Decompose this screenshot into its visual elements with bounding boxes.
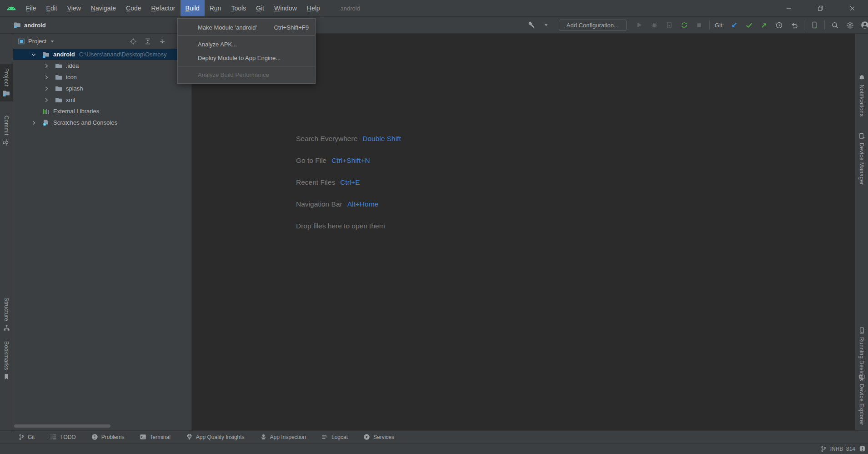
menu-build[interactable]: Build bbox=[181, 0, 205, 16]
menu-item-make-module-android[interactable]: Make Module 'android'Ctrl+Shift+F9 bbox=[178, 20, 315, 34]
tool-button-git[interactable]: Git bbox=[18, 434, 35, 440]
tree-chevron[interactable] bbox=[31, 51, 40, 58]
stop-icon[interactable] bbox=[694, 20, 704, 30]
menu-code[interactable]: Code bbox=[121, 0, 146, 16]
tree-row-splash[interactable]: splash bbox=[13, 83, 191, 94]
tree-chevron[interactable] bbox=[44, 86, 52, 92]
git-label: Git: bbox=[715, 22, 724, 29]
tool-button-label: Terminal bbox=[150, 434, 170, 440]
expand-all-icon[interactable] bbox=[144, 38, 151, 45]
tool-stripe-running-devices[interactable]: Running Devices bbox=[855, 327, 868, 381]
tree-chevron[interactable] bbox=[44, 74, 52, 81]
git-push-icon[interactable] bbox=[759, 20, 769, 30]
menu-file[interactable]: File bbox=[21, 0, 41, 16]
add-configuration-button[interactable]: Add Configuration... bbox=[559, 20, 627, 31]
project-panel-title[interactable]: Project bbox=[28, 38, 46, 45]
project-view-caret-icon[interactable] bbox=[50, 39, 55, 44]
chevron-right-icon[interactable] bbox=[43, 74, 50, 81]
menu-item-label: Deploy Module to App Engine... bbox=[198, 55, 281, 61]
menu-view[interactable]: View bbox=[62, 0, 86, 16]
tool-stripe-device-manager[interactable]: Device Manager bbox=[855, 133, 868, 185]
git-update-icon[interactable] bbox=[729, 20, 739, 30]
chevron-right-icon[interactable] bbox=[30, 120, 37, 126]
menu-help[interactable]: Help bbox=[302, 0, 325, 16]
tree-label: External Libraries bbox=[53, 108, 99, 115]
tree-chevron[interactable] bbox=[44, 63, 52, 69]
tool-button-todo[interactable]: TODO bbox=[50, 434, 75, 440]
avatar-icon[interactable] bbox=[860, 20, 868, 30]
tool-button-label: Git bbox=[28, 434, 35, 440]
tree-row-xml[interactable]: xml bbox=[13, 94, 191, 106]
tree-label: xml bbox=[66, 96, 75, 103]
tool-stripe-notifications[interactable]: Notifications bbox=[855, 75, 868, 117]
chevron-right-icon[interactable] bbox=[43, 63, 50, 69]
sync-gradle-icon[interactable] bbox=[679, 20, 689, 30]
tool-button-logcat[interactable]: Logcat bbox=[321, 434, 348, 440]
event-log-icon[interactable] bbox=[859, 445, 866, 452]
menu-navigate[interactable]: Navigate bbox=[86, 0, 121, 16]
tree-row-android[interactable]: androidC:\Users\anand\Desktop\Osmosy bbox=[13, 49, 191, 60]
menu-git[interactable]: Git bbox=[251, 0, 269, 16]
tool-stripe-device-explorer[interactable]: Device Explorer bbox=[855, 374, 868, 425]
editor-hint-navigation-bar: Navigation BarAlt+Home bbox=[296, 193, 401, 215]
menu-run[interactable]: Run bbox=[205, 0, 226, 16]
tree-row-external-libraries[interactable]: External Libraries bbox=[13, 106, 191, 117]
git-commit-check-icon[interactable] bbox=[744, 20, 754, 30]
debug-icon[interactable] bbox=[649, 20, 659, 30]
menu-item-analyze-apk[interactable]: Analyze APK... bbox=[178, 37, 315, 51]
menu-refactor[interactable]: Refactor bbox=[146, 0, 181, 16]
tree-row-idea[interactable]: .idea bbox=[13, 60, 191, 71]
tool-button-terminal[interactable]: Terminal bbox=[140, 434, 170, 440]
horizontal-scrollbar[interactable] bbox=[14, 424, 110, 428]
settings-gear-icon[interactable] bbox=[845, 20, 855, 30]
tool-button-app-inspection[interactable]: App Inspection bbox=[260, 434, 306, 440]
toolbar-separator bbox=[804, 20, 804, 30]
menu-item-deploy-module-to-app-engine[interactable]: Deploy Module to App Engine... bbox=[178, 51, 315, 65]
tool-stripe-commit[interactable]: Commit bbox=[0, 116, 13, 146]
editor-area[interactable]: Search EverywhereDouble ShiftGo to FileC… bbox=[192, 34, 855, 430]
tool-button-label: App Quality Insights bbox=[196, 434, 245, 440]
maximize-button[interactable] bbox=[804, 0, 836, 16]
rollback-icon[interactable] bbox=[789, 20, 799, 30]
tool-button-services[interactable]: Services bbox=[363, 434, 394, 440]
history-icon[interactable] bbox=[774, 20, 784, 30]
chevron-down-icon[interactable] bbox=[30, 51, 37, 58]
left-tool-stripe: ProjectCommitStructureBookmarks bbox=[0, 34, 13, 430]
toolbar-actions: Add Configuration... Git: bbox=[526, 20, 865, 31]
main-area: ProjectCommitStructureBookmarks Project … bbox=[0, 34, 868, 430]
menu-item-label: Analyze Build Performance bbox=[198, 71, 269, 78]
search-everywhere-icon[interactable] bbox=[830, 20, 840, 30]
minimize-button[interactable] bbox=[773, 0, 804, 16]
git-branch-name[interactable]: INRB_814 bbox=[830, 446, 855, 452]
collapse-all-icon[interactable] bbox=[159, 38, 166, 45]
tool-button-problems[interactable]: Problems bbox=[91, 434, 125, 440]
tree-chevron[interactable] bbox=[31, 120, 40, 126]
tool-stripe-project[interactable]: Project bbox=[0, 64, 13, 101]
tool-button-label: TODO bbox=[60, 434, 75, 440]
window-controls bbox=[773, 0, 868, 16]
run-config-caret-icon[interactable] bbox=[541, 20, 551, 30]
menu-edit[interactable]: Edit bbox=[41, 0, 62, 16]
status-bar: INRB_814 bbox=[0, 443, 868, 454]
close-button[interactable] bbox=[836, 0, 868, 16]
menu-window[interactable]: Window bbox=[269, 0, 302, 16]
device-mirroring-icon[interactable] bbox=[809, 20, 819, 30]
navigation-bar[interactable]: android bbox=[14, 21, 46, 29]
git-branch-icon[interactable] bbox=[820, 446, 827, 452]
run-icon[interactable] bbox=[634, 20, 644, 30]
attach-debugger-icon[interactable] bbox=[664, 20, 674, 30]
project-folder-icon bbox=[14, 21, 21, 29]
chevron-right-icon[interactable] bbox=[43, 97, 50, 103]
tree-chevron[interactable] bbox=[44, 97, 52, 103]
chevron-right-icon[interactable] bbox=[43, 86, 50, 92]
menu-divider bbox=[178, 66, 315, 66]
tool-stripe-bookmarks[interactable]: Bookmarks bbox=[0, 341, 13, 380]
project-name[interactable]: android bbox=[24, 22, 46, 29]
build-hammer-icon[interactable] bbox=[526, 20, 536, 30]
tool-stripe-structure[interactable]: Structure bbox=[0, 298, 13, 331]
tree-row-scratches-and-consoles[interactable]: Scratches and Consoles bbox=[13, 117, 191, 128]
tool-button-app-quality-insights[interactable]: App Quality Insights bbox=[186, 434, 245, 440]
select-opened-file-icon[interactable] bbox=[130, 38, 137, 45]
tree-row-icon[interactable]: icon bbox=[13, 71, 191, 83]
menu-tools[interactable]: Tools bbox=[226, 0, 251, 16]
